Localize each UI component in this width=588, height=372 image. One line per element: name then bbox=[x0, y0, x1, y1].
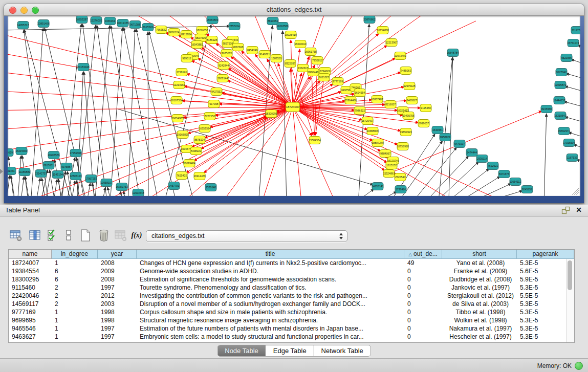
column-header-out-de-[interactable]: △out_de... bbox=[404, 250, 442, 259]
graph-node-label: 2616659 bbox=[8, 151, 13, 154]
column-header-in-degree[interactable]: in_degree bbox=[52, 250, 98, 259]
graph-edge bbox=[433, 162, 478, 196]
unselect-all-icon[interactable] bbox=[61, 228, 76, 243]
graph-node-label: 1571648 bbox=[206, 186, 216, 189]
graph-edge bbox=[164, 25, 211, 196]
table-row[interactable]: 969969511998Structural magnetic resonanc… bbox=[9, 316, 574, 324]
graph-edge bbox=[455, 177, 500, 196]
function-builder-icon[interactable]: f(x) bbox=[129, 228, 144, 243]
column-header-short[interactable]: short bbox=[442, 250, 517, 259]
table-row[interactable]: 1830029562008Estimation of significance … bbox=[9, 275, 574, 283]
column-header-name[interactable]: name bbox=[9, 250, 52, 259]
graph-node-label: 7986322 bbox=[355, 109, 365, 112]
graph-edge bbox=[353, 189, 374, 196]
graph-node-label: 10654112 bbox=[510, 180, 521, 183]
delete-table-icon[interactable] bbox=[113, 228, 128, 243]
table-cell-short: Jankovic et al. (1997) bbox=[442, 283, 517, 292]
graph-edge bbox=[24, 30, 72, 196]
tab-node-table[interactable]: Node Table bbox=[217, 345, 266, 356]
window-title: citations_edges.txt bbox=[4, 6, 584, 13]
graph-node-label: 1624554 bbox=[355, 91, 365, 94]
network-graph[interactable]: 1405571720891406106532871527600294661611… bbox=[8, 16, 580, 196]
table-row[interactable]: 946554611997Estimation of the future num… bbox=[9, 324, 574, 333]
network-view-window[interactable]: citations_edges.txt 14055717208914061065… bbox=[4, 4, 584, 203]
table-cell-title: Investigating the contribution of common… bbox=[137, 292, 404, 300]
graph-edge bbox=[86, 183, 90, 196]
table-select-dropdown[interactable]: citations_edges.txt bbox=[146, 230, 347, 242]
table-cell-short: Stergiakouli et al. (2012) bbox=[442, 292, 517, 300]
table-row[interactable]: 1872400712008Changes of HCN gene express… bbox=[9, 259, 574, 267]
graph-node-label: 16961758 bbox=[304, 50, 316, 53]
graph-edge bbox=[187, 116, 267, 149]
select-all-icon[interactable] bbox=[45, 228, 60, 243]
table-cell-short: Tibbo et al. (1998) bbox=[442, 308, 517, 316]
graph-edge bbox=[8, 107, 293, 131]
graph-node-label: 8186328 bbox=[207, 38, 217, 41]
graph-node-label: 6479197 bbox=[454, 142, 465, 145]
graph-edge bbox=[564, 101, 580, 110]
column-header-pagerank[interactable]: pagerank bbox=[517, 250, 574, 259]
close-panel-icon[interactable]: ✕ bbox=[576, 206, 582, 214]
graph-node-label: 8471676 bbox=[499, 172, 509, 176]
table-cell-short: Hescheler et al. (1997) bbox=[442, 333, 517, 341]
table-row[interactable]: 946362711997Embryonic stem cells: a mode… bbox=[9, 333, 574, 341]
graph-node-label: 13142757 bbox=[35, 172, 47, 175]
table-row[interactable]: 2242004622012Investigating the contribut… bbox=[9, 292, 574, 300]
column-header-title[interactable]: title bbox=[137, 250, 404, 259]
table-cell-title: Changes of HCN gene expression and I(f) … bbox=[137, 259, 404, 267]
table-cell-out-de-: 0 bbox=[404, 275, 442, 283]
graph-node-label: 19218586 bbox=[276, 25, 288, 28]
table-cell-short: Nakamura et al. (1997) bbox=[442, 324, 517, 333]
delete-icon[interactable] bbox=[96, 228, 112, 243]
column-header-year[interactable]: year bbox=[98, 250, 137, 259]
table-settings-icon[interactable] bbox=[8, 228, 24, 243]
table-cell-year: 1997 bbox=[98, 333, 137, 341]
tab-edge-table[interactable]: Edge Table bbox=[266, 345, 314, 356]
table-cell-name: 9465546 bbox=[9, 324, 52, 333]
show-columns-icon[interactable] bbox=[27, 228, 42, 243]
table-row[interactable]: 911546021997Tourette syndrome. Phenomeno… bbox=[9, 283, 574, 292]
graph-node-label: 9115460 bbox=[421, 106, 431, 110]
network-window-titlebar[interactable]: citations_edges.txt bbox=[4, 4, 584, 16]
graph-node-label: 15584554 bbox=[309, 139, 320, 142]
table-cell-title: Genome-wide association studies in ADHD. bbox=[137, 267, 404, 275]
graph-node-label: 9463627 bbox=[407, 99, 417, 102]
graph-node-label: 18226058 bbox=[196, 29, 208, 32]
scrollbar-thumb[interactable] bbox=[568, 260, 572, 290]
float-window-icon[interactable] bbox=[561, 206, 571, 214]
fx-icon-label: f(x) bbox=[132, 231, 142, 239]
graph-node-label: 3675685 bbox=[222, 52, 232, 55]
table-cell-out-de-: 0 bbox=[404, 316, 442, 324]
graph-node-label: 8990448 bbox=[308, 71, 318, 74]
table-row[interactable]: 977716911998Corpus callosum shape and si… bbox=[9, 308, 574, 316]
graph-node-label: 10973493 bbox=[394, 54, 406, 57]
graph-node-label: 1167533 bbox=[567, 156, 577, 159]
table-row[interactable]: 1938455462009Genome-wide association stu… bbox=[9, 267, 574, 275]
graph-node-label: 8215958 bbox=[541, 107, 552, 111]
table-cell-in-degree: 2 bbox=[52, 283, 98, 292]
graph-node-label: 2718126 bbox=[177, 71, 187, 74]
graph-node-label: 2522547 bbox=[395, 176, 405, 179]
graph-node-label: 1362615 bbox=[298, 67, 308, 70]
left-panel-collapse-arrow[interactable] bbox=[0, 169, 3, 174]
node-attribute-table[interactable]: namein_degreeyeartitle△out_de...shortpag… bbox=[8, 249, 575, 343]
table-row[interactable]: 1456911722003Disruption of a novel membe… bbox=[9, 300, 574, 308]
graph-edge bbox=[102, 187, 105, 196]
graph-node-label: 12505123 bbox=[70, 174, 81, 178]
graph-edge bbox=[71, 181, 75, 196]
table-cell-in-degree: 1 bbox=[52, 316, 98, 324]
graph-node-label: 9457791 bbox=[169, 184, 179, 187]
network-canvas[interactable]: 1405571720891406106532871527600294661611… bbox=[8, 16, 580, 196]
table-cell-title: Tourette syndrome. Phenomenology and cla… bbox=[137, 283, 404, 292]
vertical-scrollbar[interactable] bbox=[566, 259, 574, 342]
graph-node-label: 16782753 bbox=[116, 185, 127, 188]
graph-node-label: 9146821 bbox=[259, 53, 270, 56]
tab-network-table[interactable]: Network Table bbox=[314, 345, 371, 356]
graph-edge bbox=[25, 177, 30, 196]
graph-node-label: 18325419 bbox=[285, 33, 296, 36]
memory-ok-indicator[interactable] bbox=[575, 362, 583, 370]
graph-node-label: 917008 bbox=[209, 102, 218, 105]
table-cell-name: 9699695 bbox=[9, 316, 52, 324]
new-file-icon[interactable] bbox=[78, 228, 93, 243]
graph-node-label: 8216007 bbox=[385, 103, 396, 106]
